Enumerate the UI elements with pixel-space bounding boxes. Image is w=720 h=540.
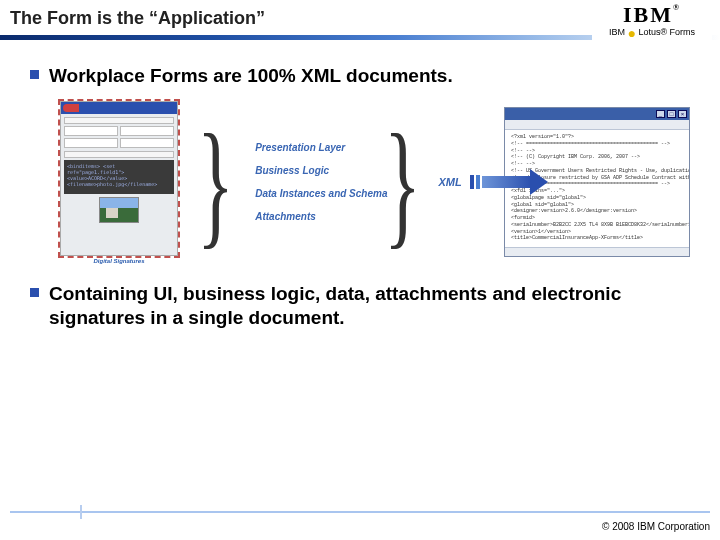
diagram: <binditems> <set ref="page1.field1"> <va… [30,101,690,264]
brand-logo: IBM® IBM ● Lotus® Forms [592,4,712,48]
form-cell [64,126,118,136]
form-cell [64,138,118,148]
registered-icon: ® [673,3,681,12]
form-cell [120,138,174,148]
digital-signatures-label: Digital Signatures [60,258,178,264]
form-code-block: <binditems> <set ref="page1.field1"> <va… [64,160,174,194]
bullet-1-text: Workplace Forms are 100% XML documents. [49,64,453,89]
curly-brace-icon: } [197,123,234,242]
close-icon: × [678,110,687,118]
footer-rule [10,511,710,513]
minimize-icon: _ [656,110,665,118]
form-thumbnail-body: <binditems> <set ref="page1.field1"> <va… [60,101,178,256]
bullet-2-text: Containing UI, business logic, data, att… [49,282,690,331]
arrow-tail-bar [476,175,480,189]
form-row [64,117,174,124]
window-toolbar [505,120,689,130]
xml-line: <formid> [511,215,683,222]
bullet-square-icon [30,288,39,297]
layer-data: Data Instances and Schema [255,182,365,205]
arrow-tail-bar [470,175,474,189]
window-statusbar [505,247,689,256]
product-text: Lotus® Forms [638,27,695,37]
xml-line: <globalpage sid="global"> [511,195,683,202]
bullet-square-icon [30,70,39,79]
layer-attachments: Attachments [255,205,365,228]
layer-business-logic: Business Logic [255,159,365,182]
bullet-2: Containing UI, business logic, data, att… [30,282,690,331]
copyright-text: © 2008 IBM Corporation [10,521,710,532]
layer-labels: Presentation Layer Business Logic Data I… [255,136,365,228]
lotus-dot-icon: ● [627,25,635,41]
xml-line: <version>1</version> [511,229,683,236]
xml-line: <title>CommercialInsuranceApp-XForms</ti… [511,235,683,242]
ibm-wordmark: IBM® [592,4,712,26]
form-cell [120,126,174,136]
xml-line: <global sid="global"> [511,202,683,209]
xml-line: <!-- --> [511,148,683,155]
ibm-text: IBM [623,2,673,27]
xml-line: <serialnumber>B2B2CC 2JX5 TL4 8X9B B1EBC… [511,222,683,229]
xml-label: XML [438,176,461,188]
curly-brace-icon: } [384,123,421,242]
form-row [64,151,174,158]
slide-footer: © 2008 IBM Corporation [0,505,720,540]
layer-presentation: Presentation Layer [255,136,365,159]
acord-logo-icon [63,104,79,112]
brand-small: IBM [609,27,625,37]
form-fields: <binditems> <set ref="page1.field1"> <va… [61,114,177,226]
arrow-icon [470,169,496,195]
slide-body: Workplace Forms are 100% XML documents. [0,40,720,331]
xml-line: <!-- (C) Copyright IBM Corp. 2006, 2007 … [511,154,683,161]
arrow-shaft [482,176,532,188]
bullet-1: Workplace Forms are 100% XML documents. [30,64,690,89]
form-thumbnail: <binditems> <set ref="page1.field1"> <va… [60,101,178,264]
window-titlebar: _ □ × [505,108,689,120]
form-header-bar [61,102,177,114]
xml-line: <designer:version>2.6.0</designer:versio… [511,208,683,215]
form-grid [64,126,174,148]
xml-line: <!-- --> [511,161,683,168]
xml-line: <!-- ===================================… [511,141,683,148]
xml-line: <?xml version="1.0"?> [511,134,683,141]
arrow-head [530,169,548,195]
form-attachment-photo [99,197,139,223]
product-name: IBM ● Lotus® Forms [592,27,712,37]
footer-tick-icon [80,505,82,519]
maximize-icon: □ [667,110,676,118]
